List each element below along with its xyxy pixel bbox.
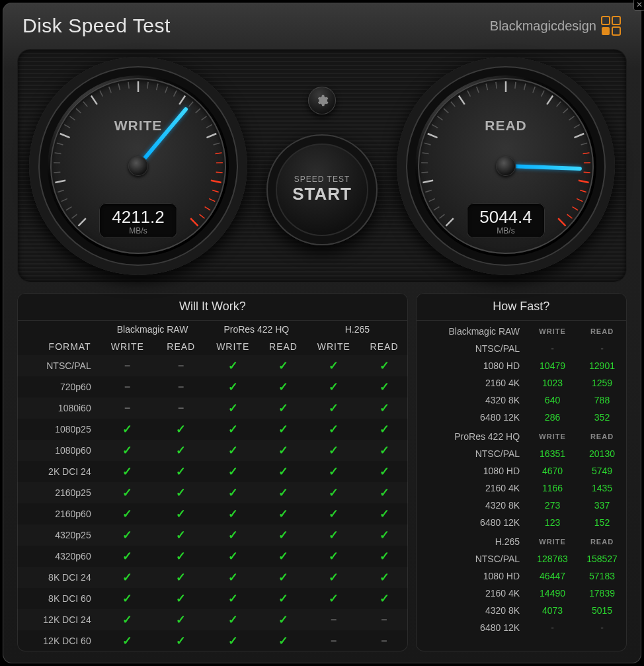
svg-line-75 xyxy=(574,134,584,138)
write-fps: 273 xyxy=(528,497,577,514)
check-icon: ✓ xyxy=(329,444,339,457)
resolution-name: 1080 HD xyxy=(416,462,528,479)
table-row: 1080 HD4644757183 xyxy=(416,567,627,585)
check-icon: ✓ xyxy=(228,528,238,542)
format-name: 2160p60 xyxy=(17,503,99,524)
table-row: 8K DCI 60✓✓✓✓✓✓ xyxy=(17,588,408,609)
check-icon: ✓ xyxy=(278,380,288,394)
check-icon: ✓ xyxy=(228,507,238,520)
check-icon: ✓ xyxy=(176,507,186,520)
dash-icon: – xyxy=(178,360,184,371)
svg-line-5 xyxy=(71,214,77,218)
table-row: 1080 HD46705749 xyxy=(416,462,627,479)
check-icon: ✓ xyxy=(122,592,132,605)
will-it-work-panel: Will It Work? Blackmagic RAW ProRes 422 … xyxy=(17,293,408,651)
read-fps: 1259 xyxy=(577,374,627,392)
table-row: 4320 8K640788 xyxy=(416,392,627,409)
svg-line-14 xyxy=(60,134,70,138)
svg-line-49 xyxy=(425,190,432,192)
svg-line-80 xyxy=(579,180,589,182)
start-button-label: START xyxy=(292,184,352,204)
svg-line-59 xyxy=(451,101,455,106)
settings-button[interactable] xyxy=(308,87,336,114)
check-icon: ✓ xyxy=(278,486,288,499)
read-fps: 152 xyxy=(577,514,627,531)
check-icon: ✓ xyxy=(329,571,339,584)
svg-line-40 xyxy=(212,190,219,192)
svg-line-69 xyxy=(542,90,545,96)
check-icon: ✓ xyxy=(380,507,389,520)
svg-line-81 xyxy=(580,190,586,192)
check-icon: ✓ xyxy=(122,423,132,436)
svg-line-79 xyxy=(584,172,590,173)
svg-line-82 xyxy=(577,198,583,201)
start-button[interactable]: SPEED TEST START xyxy=(266,134,378,245)
format-name: 1080p25 xyxy=(17,419,99,440)
results-tables: Will It Work? Blackmagic RAW ProRes 422 … xyxy=(17,293,627,651)
check-icon: ✓ xyxy=(228,613,238,626)
svg-line-83 xyxy=(573,206,579,210)
read-fps: 57183 xyxy=(577,567,627,585)
read-fps: 5015 xyxy=(577,602,627,619)
write-fps: 123 xyxy=(528,514,577,531)
read-fps: 352 xyxy=(577,409,627,426)
resolution-name: 2160 4K xyxy=(416,374,528,392)
svg-line-63 xyxy=(486,83,487,90)
table-row: NTSC/PAL1635120130 xyxy=(416,445,627,462)
codec-header-1: ProRes 422 HQ xyxy=(206,321,307,338)
svg-line-21 xyxy=(109,86,111,92)
read-gauge-display: 5044.4 MB/s xyxy=(467,203,545,238)
svg-line-44 xyxy=(190,218,198,226)
svg-line-10 xyxy=(54,172,60,173)
close-button[interactable]: ✕ xyxy=(633,0,644,11)
svg-line-46 xyxy=(439,214,444,218)
svg-line-70 xyxy=(547,95,553,104)
format-header: FORMAT xyxy=(17,338,99,355)
svg-line-64 xyxy=(496,81,497,88)
check-icon: ✓ xyxy=(228,380,238,394)
codec-header-row: Blackmagic RAWWRITEREAD xyxy=(416,321,627,340)
format-name: 4320p60 xyxy=(17,546,99,567)
write-fps: - xyxy=(528,340,577,357)
write-fps: 640 xyxy=(528,392,577,409)
svg-line-50 xyxy=(423,180,433,182)
table-row: 1080i60––✓✓✓✓ xyxy=(17,397,408,419)
codec-header-2: H.265 xyxy=(307,321,408,338)
codec-name: ProRes 422 HQ xyxy=(416,426,528,445)
check-icon: ✓ xyxy=(380,359,389,372)
table-row: 8K DCI 24✓✓✓✓✓✓ xyxy=(17,567,408,588)
format-name: 1080p60 xyxy=(17,440,99,461)
check-icon: ✓ xyxy=(329,423,339,436)
resolution-name: NTSC/PAL xyxy=(416,340,528,357)
check-icon: ✓ xyxy=(278,359,288,372)
dash-icon: – xyxy=(178,381,184,392)
resolution-name: 6480 12K xyxy=(416,409,528,426)
how-fast-title: How Fast? xyxy=(416,293,627,321)
check-icon: ✓ xyxy=(380,592,389,605)
write-fps: 16351 xyxy=(528,445,577,462)
format-name: 2160p25 xyxy=(17,482,99,503)
svg-line-18 xyxy=(83,101,87,106)
write-fps: - xyxy=(528,619,577,636)
write-gauge: WRITE 4211.2 MB/s xyxy=(29,57,247,275)
check-icon: ✓ xyxy=(122,465,132,478)
read-fps: - xyxy=(577,340,627,357)
table-row: NTSC/PAL––✓✓✓✓ xyxy=(17,355,408,376)
format-name: 720p60 xyxy=(17,376,99,397)
dash-icon: – xyxy=(178,402,184,413)
format-name: 2K DCI 24 xyxy=(17,461,99,482)
svg-line-68 xyxy=(533,86,535,92)
read-gauge-unit: MB/s xyxy=(467,226,545,235)
check-icon: ✓ xyxy=(176,486,186,499)
check-icon: ✓ xyxy=(329,528,339,542)
svg-line-72 xyxy=(563,108,568,113)
dash-icon: – xyxy=(382,635,387,646)
check-icon: ✓ xyxy=(228,592,238,605)
dash-icon: – xyxy=(331,614,337,625)
check-icon: ✓ xyxy=(176,528,186,542)
check-icon: ✓ xyxy=(278,423,288,436)
dash-icon: – xyxy=(382,614,387,625)
check-icon: ✓ xyxy=(278,444,288,457)
svg-line-48 xyxy=(429,198,435,201)
svg-line-28 xyxy=(174,90,177,96)
